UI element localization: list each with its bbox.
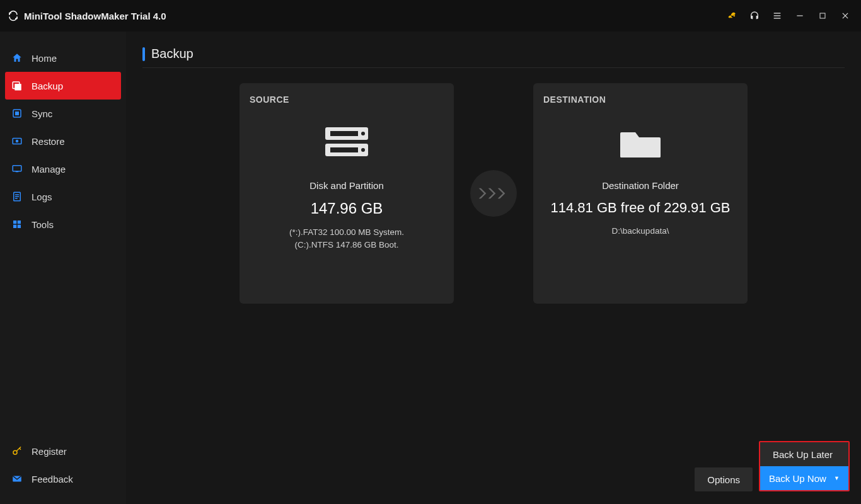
sidebar-item-restore[interactable]: Restore bbox=[0, 127, 126, 155]
page-header: Backup bbox=[142, 47, 845, 68]
svg-rect-4 bbox=[820, 13, 825, 18]
sidebar-item-label: Manage bbox=[32, 164, 66, 175]
headset-icon[interactable] bbox=[746, 8, 763, 24]
svg-rect-2 bbox=[774, 18, 781, 18]
logs-icon bbox=[11, 191, 23, 202]
svg-rect-19 bbox=[13, 220, 16, 224]
header-accent-bar bbox=[142, 47, 145, 61]
sidebar-item-label: Logs bbox=[32, 192, 52, 202]
svg-point-32 bbox=[361, 148, 365, 152]
svg-marker-34 bbox=[488, 188, 496, 199]
disk-icon bbox=[250, 117, 444, 168]
body: Home Backup Sync bbox=[0, 32, 861, 504]
page-title: Backup bbox=[151, 47, 194, 61]
svg-rect-20 bbox=[18, 220, 21, 224]
svg-rect-13 bbox=[13, 166, 21, 171]
sidebar-item-label: Tools bbox=[32, 219, 54, 230]
sidebar-item-feedback[interactable]: Feedback bbox=[0, 465, 126, 493]
sidebar-items: Home Backup Sync bbox=[0, 44, 126, 437]
source-size-label: 147.96 GB bbox=[250, 200, 444, 217]
sync-icon bbox=[11, 108, 23, 119]
svg-rect-0 bbox=[774, 13, 781, 13]
sidebar: Home Backup Sync bbox=[0, 32, 126, 504]
svg-rect-31 bbox=[330, 147, 358, 152]
svg-point-12 bbox=[16, 140, 19, 143]
menu-icon[interactable] bbox=[769, 8, 785, 24]
back-up-now-button[interactable]: Back Up Now ▼ bbox=[760, 466, 848, 490]
feedback-mail-icon bbox=[11, 473, 23, 484]
app-logo-icon bbox=[8, 10, 19, 21]
sidebar-item-label: Backup bbox=[32, 81, 63, 91]
svg-rect-3 bbox=[797, 15, 802, 16]
sidebar-item-sync[interactable]: Sync bbox=[0, 100, 126, 127]
destination-type-label: Destination Folder bbox=[543, 180, 737, 191]
caret-down-icon: ▼ bbox=[834, 475, 840, 481]
sidebar-bottom: Register Feedback bbox=[0, 437, 126, 504]
destination-card[interactable]: DESTINATION Destination Folder 114.81 GB… bbox=[533, 83, 748, 304]
destination-size-label: 114.81 GB free of 229.91 GB bbox=[543, 200, 737, 216]
svg-line-25 bbox=[20, 449, 21, 450]
sidebar-item-home[interactable]: Home bbox=[0, 44, 126, 72]
close-icon[interactable] bbox=[837, 8, 853, 24]
destination-heading: DESTINATION bbox=[543, 94, 737, 105]
svg-marker-33 bbox=[479, 188, 487, 199]
home-icon bbox=[11, 52, 23, 64]
source-heading: SOURCE bbox=[250, 94, 444, 105]
svg-point-23 bbox=[13, 450, 17, 454]
app-window: MiniTool ShadowMaker Trial 4.0 bbox=[0, 0, 861, 504]
back-up-later-button[interactable]: Back Up Later bbox=[760, 442, 848, 466]
back-up-now-label: Back Up Now bbox=[769, 473, 826, 484]
titlebar-right bbox=[724, 8, 853, 24]
sidebar-item-manage[interactable]: Manage bbox=[0, 155, 126, 183]
arrow-chevrons-icon bbox=[470, 170, 517, 217]
folder-icon bbox=[543, 117, 737, 168]
manage-icon bbox=[11, 163, 23, 175]
svg-point-29 bbox=[361, 132, 365, 135]
sidebar-item-register[interactable]: Register bbox=[0, 437, 126, 465]
svg-rect-8 bbox=[14, 84, 21, 91]
source-detail-line1: (*:).FAT32 100.00 MB System. bbox=[250, 226, 444, 239]
source-card[interactable]: SOURCE Disk and Partition 147.96 GB bbox=[240, 83, 454, 304]
options-button[interactable]: Options bbox=[695, 467, 753, 491]
destination-path: D:\backupdata\ bbox=[543, 225, 737, 238]
app-title: MiniTool ShadowMaker Trial 4.0 bbox=[24, 11, 166, 21]
svg-rect-10 bbox=[15, 112, 19, 115]
sidebar-item-label: Sync bbox=[32, 108, 52, 119]
tools-icon bbox=[11, 219, 23, 230]
sidebar-item-label: Restore bbox=[32, 136, 65, 147]
svg-rect-14 bbox=[16, 171, 19, 173]
sidebar-item-tools[interactable]: Tools bbox=[0, 210, 126, 238]
sidebar-item-label: Feedback bbox=[32, 474, 73, 484]
svg-rect-21 bbox=[13, 225, 16, 228]
backup-split-button: Back Up Later Back Up Now ▼ bbox=[759, 441, 850, 491]
svg-rect-1 bbox=[774, 15, 781, 16]
svg-rect-36 bbox=[620, 139, 661, 158]
register-key-icon bbox=[11, 445, 23, 457]
titlebar-left: MiniTool ShadowMaker Trial 4.0 bbox=[8, 10, 166, 21]
svg-rect-22 bbox=[18, 225, 21, 228]
svg-marker-35 bbox=[498, 188, 506, 199]
main-panel: Backup SOURCE bbox=[126, 32, 861, 504]
source-type-label: Disk and Partition bbox=[250, 180, 444, 191]
svg-rect-28 bbox=[330, 131, 358, 136]
key-icon[interactable] bbox=[724, 8, 740, 24]
sidebar-item-backup[interactable]: Backup bbox=[5, 72, 121, 100]
cards-row: SOURCE Disk and Partition 147.96 GB bbox=[142, 83, 845, 304]
restore-icon bbox=[11, 135, 23, 147]
minimize-icon[interactable] bbox=[792, 8, 808, 24]
source-detail-line2: (C:).NTFS 147.86 GB Boot. bbox=[250, 239, 444, 251]
back-up-later-label: Back Up Later bbox=[773, 449, 833, 460]
sidebar-item-label: Home bbox=[32, 53, 57, 64]
sidebar-item-logs[interactable]: Logs bbox=[0, 183, 126, 210]
footer-actions: Options Back Up Later Back Up Now ▼ bbox=[695, 441, 850, 491]
maximize-icon[interactable] bbox=[814, 8, 831, 24]
titlebar: MiniTool ShadowMaker Trial 4.0 bbox=[0, 0, 861, 32]
backup-icon bbox=[11, 80, 23, 91]
sidebar-item-label: Register bbox=[32, 446, 67, 457]
